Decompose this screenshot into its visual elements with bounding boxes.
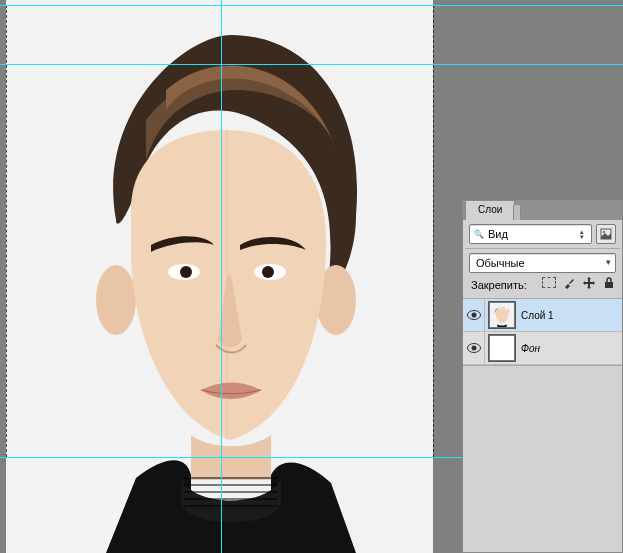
layer-row[interactable]: Слой 1 xyxy=(463,299,622,332)
layer-name[interactable]: Слой 1 xyxy=(521,310,554,321)
brush-icon xyxy=(563,277,575,289)
guide-vertical[interactable] xyxy=(221,0,222,553)
lock-pixels-button[interactable] xyxy=(562,277,576,292)
guide-horizontal[interactable] xyxy=(0,64,623,65)
image-icon xyxy=(600,228,612,240)
selection-edge-right[interactable] xyxy=(433,5,434,457)
layers-panel-body: 🔍 Вид ▴▾ Обычные Закрепить: xyxy=(463,220,622,366)
layer-visibility-toggle[interactable] xyxy=(463,299,485,332)
layer-visibility-toggle[interactable] xyxy=(463,332,485,365)
lock-transparency-button[interactable] xyxy=(542,277,556,292)
layer-list: Слой 1 Фон xyxy=(463,298,622,366)
svg-rect-15 xyxy=(490,336,514,360)
lock-position-button[interactable] xyxy=(582,277,596,292)
layer-thumbnail-image xyxy=(490,336,514,360)
layer-row[interactable]: Фон xyxy=(463,332,622,365)
search-icon: 🔍 xyxy=(474,230,484,239)
layers-panel: Слои 🔍 Вид ▴▾ Обычные Закрепить: xyxy=(462,200,623,553)
document-image xyxy=(6,0,433,553)
layer-kind-filter[interactable]: 🔍 Вид ▴▾ xyxy=(469,224,592,244)
stepper-arrows-icon: ▴▾ xyxy=(575,227,589,241)
blend-mode-label: Обычные xyxy=(476,257,525,269)
svg-point-14 xyxy=(471,346,476,351)
layer-name[interactable]: Фон xyxy=(521,343,540,354)
svg-point-8 xyxy=(603,231,605,233)
tab-layers-label: Слои xyxy=(478,204,502,215)
lock-label: Закрепить: xyxy=(471,279,527,291)
panel-divider xyxy=(465,248,620,249)
lock-all-button[interactable] xyxy=(602,277,616,292)
lock-row: Закрепить: xyxy=(463,277,622,298)
guide-horizontal[interactable] xyxy=(0,5,623,6)
eye-icon xyxy=(467,343,481,353)
document[interactable] xyxy=(6,0,433,553)
layer-thumbnail[interactable] xyxy=(489,335,515,361)
svg-point-11 xyxy=(471,313,476,318)
svg-point-1 xyxy=(96,265,136,335)
lock-icon xyxy=(603,277,615,289)
tab-collapsed[interactable] xyxy=(513,204,521,220)
filter-pixel-button[interactable] xyxy=(596,224,616,244)
move-icon xyxy=(583,277,595,289)
svg-point-6 xyxy=(262,266,274,278)
svg-point-4 xyxy=(180,266,192,278)
blend-mode-select[interactable]: Обычные xyxy=(469,253,616,273)
layer-thumbnail-image xyxy=(490,303,514,327)
svg-rect-9 xyxy=(605,282,613,288)
tab-layers[interactable]: Слои xyxy=(465,200,515,220)
selection-edge-left[interactable] xyxy=(6,5,7,457)
eye-icon xyxy=(467,310,481,320)
layer-thumbnail[interactable] xyxy=(489,302,515,328)
transparency-icon xyxy=(542,277,556,288)
canvas-area[interactable] xyxy=(0,0,452,553)
layer-kind-filter-label: Вид xyxy=(488,228,508,240)
panel-tabbar: Слои xyxy=(463,200,622,220)
